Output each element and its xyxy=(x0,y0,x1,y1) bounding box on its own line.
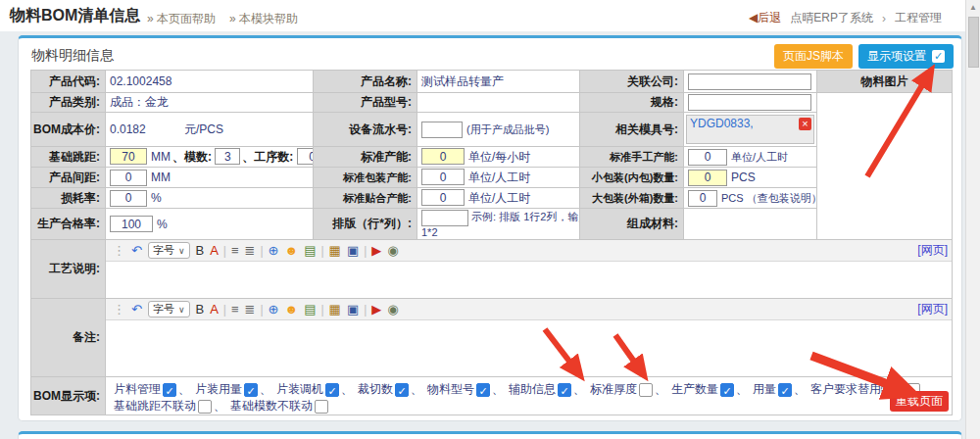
preview-eye-icon[interactable]: ◉ xyxy=(387,241,398,261)
std-laminate-capacity-unit: 单位/人工时 xyxy=(468,191,530,205)
help-links: » 本页面帮助» 本模块帮助 xyxy=(147,11,312,27)
remark-editor: ⋮↶ 字号∨ BA|≡≣|⊕☻▤|▦▣|▶◉ [网页] xyxy=(106,299,953,377)
align-icon[interactable]: ≡ xyxy=(231,300,239,319)
bom-option-checkbox[interactable]: ✓ xyxy=(395,383,409,397)
std-manual-capacity-input[interactable] xyxy=(688,149,727,166)
insert-image-icon[interactable]: ▦ xyxy=(329,300,341,319)
small-pack-qty-input[interactable] xyxy=(688,170,727,186)
flash-media-icon[interactable]: ▶ xyxy=(371,300,381,319)
undo-icon[interactable]: ↶ xyxy=(131,241,142,261)
chevron-down-icon: ∨ xyxy=(178,305,185,315)
bom-option-checkbox[interactable]: ✓ xyxy=(244,383,258,397)
breadcrumb-module[interactable]: 工程管理 xyxy=(895,10,942,26)
table-row: 工艺说明: ⋮↶ 字号∨ BA|≡≣|⊕☻▤|▦▣|▶◉ [网页] xyxy=(31,240,953,299)
edit-form-icon[interactable]: ▤ xyxy=(304,300,316,319)
reload-page-button[interactable]: 重载页面 xyxy=(890,391,949,412)
toolbar-separator: | xyxy=(260,244,263,258)
separator: 、 xyxy=(794,381,806,398)
product-gap-input[interactable] xyxy=(110,170,147,186)
std-laminate-capacity-input[interactable] xyxy=(421,189,465,206)
emoticon-icon[interactable]: ☻ xyxy=(285,241,299,261)
related-mold-box[interactable]: YDGD0833, × xyxy=(686,115,814,144)
std-pack-capacity-input[interactable] xyxy=(421,169,465,185)
scrollbar-thumb[interactable] xyxy=(968,17,979,68)
hyperlink-globe-icon[interactable]: ⊕ xyxy=(269,241,279,261)
display-settings-checkbox[interactable]: ✓ xyxy=(932,50,945,63)
hyperlink-globe-icon[interactable]: ⊕ xyxy=(269,300,279,319)
remove-mold-icon[interactable]: × xyxy=(799,118,811,130)
webpage-link[interactable]: [网页] xyxy=(917,242,948,259)
mold-count-input[interactable] xyxy=(215,148,240,165)
bom-option-checkbox[interactable]: ✓ xyxy=(720,383,734,397)
font-size-select[interactable]: 字号∨ xyxy=(148,242,190,259)
process-count-input[interactable] xyxy=(297,148,314,165)
bom-option-label: 裁切数 xyxy=(358,381,393,398)
package-note-link[interactable]: （查包装说明） xyxy=(747,192,817,204)
module-help-link[interactable]: » 本模块帮助 xyxy=(229,12,298,25)
font-size-select[interactable]: 字号∨ xyxy=(148,301,190,317)
separator: 、 xyxy=(178,381,190,398)
page-js-script-button[interactable]: 页面JS脚本 xyxy=(774,44,853,69)
base-jump-input[interactable] xyxy=(110,148,147,165)
bom-option: 片装用量✓、 xyxy=(195,381,274,398)
font-color-icon[interactable]: A xyxy=(210,241,219,261)
toolbar-separator: | xyxy=(364,303,367,317)
bom-option-label: 用量 xyxy=(753,381,776,398)
bom-option-checkbox[interactable] xyxy=(639,383,653,397)
loss-rate-input[interactable] xyxy=(110,190,147,207)
bom-option-label: 物料型号 xyxy=(427,381,474,398)
toolbar-icons: ⋮↶ xyxy=(110,241,145,261)
bom-option-checkbox[interactable]: ✓ xyxy=(163,383,176,397)
editor-content[interactable] xyxy=(106,320,952,376)
product-model-value xyxy=(417,93,580,113)
materials-value xyxy=(684,209,817,240)
bom-option-checkbox[interactable]: ✓ xyxy=(325,383,339,397)
toolbar-grip-icon[interactable]: ⋮ xyxy=(113,300,125,319)
emoticon-icon[interactable]: ☻ xyxy=(285,300,299,319)
undo-icon[interactable]: ↶ xyxy=(131,300,142,319)
page-help-link[interactable]: » 本页面帮助 xyxy=(147,12,216,25)
table-row: BOM成本价: 0.0182元/PCS 设备流水号: (用于产成品批号) 相关模… xyxy=(31,113,953,147)
process-note-label: 工艺说明: xyxy=(31,240,106,299)
chevron-down-icon: ∨ xyxy=(178,246,185,256)
bom-option-checkbox[interactable]: ✓ xyxy=(476,383,490,397)
save-disk-icon[interactable]: ▣ xyxy=(347,241,359,261)
bom-option: 用量✓、 xyxy=(753,381,808,398)
scrollbar-up-icon[interactable]: ▲ xyxy=(966,1,980,15)
std-capacity-input[interactable] xyxy=(421,148,465,165)
bom-display-label: BOM显示项: xyxy=(31,377,106,415)
insert-image-icon[interactable]: ▦ xyxy=(329,241,341,261)
pass-rate-input[interactable] xyxy=(110,216,153,232)
vertical-scrollbar[interactable]: ▲ xyxy=(965,0,980,439)
related-company-input[interactable] xyxy=(688,73,811,90)
ordered-list-icon[interactable]: ≣ xyxy=(245,300,256,319)
large-pack-qty-input[interactable] xyxy=(688,190,717,207)
bom-option-checkbox[interactable] xyxy=(315,400,328,414)
breadcrumb-system[interactable]: 点晴ERP了系统 xyxy=(790,10,873,26)
editor-content[interactable] xyxy=(106,262,952,298)
layout-input[interactable] xyxy=(421,210,468,226)
bom-option-checkbox[interactable]: ✓ xyxy=(558,383,571,397)
ordered-list-icon[interactable]: ≣ xyxy=(245,241,256,261)
back-link[interactable]: ◀后退 xyxy=(749,10,781,26)
page-title: 物料BOM清单信息 xyxy=(10,6,140,26)
bold-icon[interactable]: B xyxy=(196,300,205,319)
edit-form-icon[interactable]: ▤ xyxy=(304,241,316,261)
display-settings-button[interactable]: 显示项设置✓ xyxy=(858,44,954,69)
bom-option: 标准厚度、 xyxy=(590,381,669,398)
preview-eye-icon[interactable]: ◉ xyxy=(387,300,398,319)
toolbar-grip-icon[interactable]: ⋮ xyxy=(113,241,125,261)
spec-input[interactable] xyxy=(688,94,811,111)
flash-media-icon[interactable]: ▶ xyxy=(371,241,381,261)
bold-icon[interactable]: B xyxy=(196,241,205,261)
product-model-label: 产品型号: xyxy=(314,93,417,113)
std-capacity-unit: 单位/每小时 xyxy=(468,150,530,164)
webpage-link[interactable]: [网页] xyxy=(917,301,948,317)
bom-option-checkbox[interactable]: ✓ xyxy=(778,383,792,397)
save-disk-icon[interactable]: ▣ xyxy=(347,300,359,319)
bom-option-checkbox[interactable] xyxy=(198,400,212,414)
table-row: 基础跳距: MM、模数: 、工序数: 标准产能: 单位/每小时 标准手工产能: … xyxy=(31,147,953,168)
align-icon[interactable]: ≡ xyxy=(231,241,239,261)
font-color-icon[interactable]: A xyxy=(210,300,219,319)
device-serial-input[interactable] xyxy=(421,122,463,138)
